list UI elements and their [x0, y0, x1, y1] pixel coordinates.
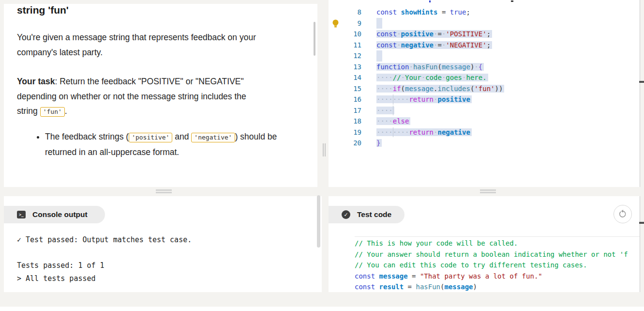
text: company's latest party. [17, 47, 103, 57]
console-scrollbar[interactable] [317, 195, 320, 248]
code-line[interactable]: 12 [329, 50, 640, 62]
text: The feedback strings ( [45, 132, 129, 141]
app-workspace: string 'fun' You're given a message stri… [0, 0, 644, 311]
console-output-tab[interactable]: >_ Console output [4, 206, 105, 223]
selection-highlight: ····else [376, 117, 410, 125]
check-icon: ✓ [342, 210, 350, 219]
horizontal-splitter-grip-left[interactable] [156, 189, 172, 194]
selection-highlight: ········return·negative [376, 128, 472, 136]
line-number: 17 [329, 105, 361, 116]
console-line [17, 247, 192, 260]
problem-title: string 'fun' [17, 4, 300, 17]
code-line[interactable]: 18····else [329, 116, 640, 127]
panel-resize-handle[interactable] [639, 222, 644, 224]
code-editor-panel[interactable]: 8const showHints = true;910const·positiv… [329, 0, 640, 187]
line-number: 19 [329, 127, 361, 138]
code-line[interactable]: 13function·hasFun(message)·{ [329, 62, 640, 73]
code-line[interactable]: const message = "That party was a lot of… [355, 271, 640, 282]
line-number: 11 [329, 40, 361, 51]
selection-highlight: ········return·positive [376, 95, 472, 103]
selection-highlight: const·positive·=·'POSITIVE'; [376, 30, 492, 38]
line-number: 9 [329, 18, 361, 29]
refresh-icon [618, 209, 628, 219]
line-number: 8 [329, 7, 361, 18]
selection-highlight: ···· [376, 107, 394, 114]
text: : Return the feedback "POSITIVE" or "NEG… [55, 77, 243, 86]
line-number: 20 [329, 138, 361, 149]
code-line[interactable]: 8const showHints = true; [329, 7, 640, 18]
clipped-code-fragment [429, 0, 431, 2]
code-line[interactable]: 9 [329, 18, 640, 29]
console-tab-label: Console output [32, 210, 88, 219]
code-line[interactable]: 16········return·positive [329, 94, 640, 105]
text: . [65, 106, 67, 116]
console-output-text: ✓ Test passed: Output matches test case.… [17, 233, 192, 285]
text: ) should be [235, 132, 277, 141]
code-line[interactable]: // Your answer should return a boolean i… [355, 249, 640, 260]
console-line: ✓ Test passed: Output matches test case. [17, 233, 192, 247]
test-code-editor[interactable]: // This is how your code will be called.… [355, 236, 640, 292]
list-item: The feedback strings ('positive' and 'ne… [45, 129, 300, 160]
test-code-panel: ✓ Test code // This is how your code wil… [329, 196, 640, 292]
line-number: 13 [329, 62, 361, 73]
panel-resize-handle[interactable] [639, 81, 644, 83]
code-line[interactable]: 19········return·negative [329, 127, 640, 138]
code-line[interactable]: // You can edit this code to try differe… [355, 260, 640, 271]
problem-description-panel: string 'fun' You're given a message stri… [4, 4, 317, 187]
editor-code-area[interactable]: 8const showHints = true;910const·positiv… [329, 7, 640, 149]
code-line[interactable]: const result = hasFun(message) [355, 281, 640, 292]
console-line: Tests passed: 1 of 1 [17, 259, 192, 272]
description-scrollbar[interactable] [314, 22, 315, 56]
code-line[interactable]: // This is how your code will be called. [355, 238, 640, 249]
text: returned in an all-uppercase format. [45, 147, 179, 157]
code-line[interactable]: 20} [329, 138, 640, 149]
inline-code-chip: 'positive' [129, 133, 172, 142]
console-output-panel: >_ Console output ✓ Test passed: Output … [4, 196, 322, 292]
selection-highlight: } [376, 139, 382, 147]
selection-highlight [376, 50, 382, 62]
selection-highlight: ····if(message.includes('fun')) [376, 85, 504, 93]
page-bottom-strip [0, 307, 644, 311]
horizontal-splitter-grip-right[interactable] [480, 189, 496, 194]
line-number: 18 [329, 116, 361, 127]
line-number: 12 [329, 50, 361, 62]
code-line[interactable]: 14····//·Your·code·goes·here. [329, 72, 640, 83]
selection-highlight: function·hasFun(message)·{ [376, 63, 484, 71]
console-line: > All tests passed [17, 272, 192, 285]
problem-paragraph: You're given a message string that repre… [17, 30, 300, 60]
bold-text: Your task [17, 77, 55, 86]
text: string [17, 106, 40, 116]
test-code-tab-label: Test code [357, 210, 391, 219]
text: depending on whether or not the message … [17, 92, 246, 101]
text: and [172, 132, 191, 141]
line-number: 16 [329, 94, 361, 105]
code-line[interactable]: 15····if(message.includes('fun')) [329, 83, 640, 94]
problem-task-paragraph: Your task: Return the feedback "POSITIVE… [17, 74, 300, 120]
code-line[interactable]: 17···· [329, 105, 640, 116]
selection-highlight: ····//·Your·code·goes·here. [376, 74, 488, 81]
text: You're given a message string that repre… [17, 32, 256, 42]
selection-highlight: const·negative·=·'NEGATIVE'; [376, 41, 492, 49]
inline-code-chip: 'negative' [191, 133, 235, 142]
line-number: 15 [329, 83, 361, 94]
selection-highlight [376, 18, 382, 29]
test-code-tab[interactable]: ✓ Test code [329, 206, 404, 223]
reset-test-code-button[interactable] [614, 205, 632, 223]
vertical-splitter-grip[interactable] [323, 143, 327, 156]
code-line[interactable]: 10const·positive·=·'POSITIVE'; [329, 29, 640, 40]
terminal-icon: >_ [17, 211, 26, 218]
code-line[interactable]: 11const·negative·=·'NEGATIVE'; [329, 40, 640, 51]
line-number: 14 [329, 72, 361, 83]
inline-code-chip: 'fun' [40, 107, 65, 117]
problem-notes-list: The feedback strings ('positive' and 'ne… [17, 129, 300, 160]
line-number: 10 [329, 29, 361, 40]
clipped-code-fragment [511, 0, 513, 2]
